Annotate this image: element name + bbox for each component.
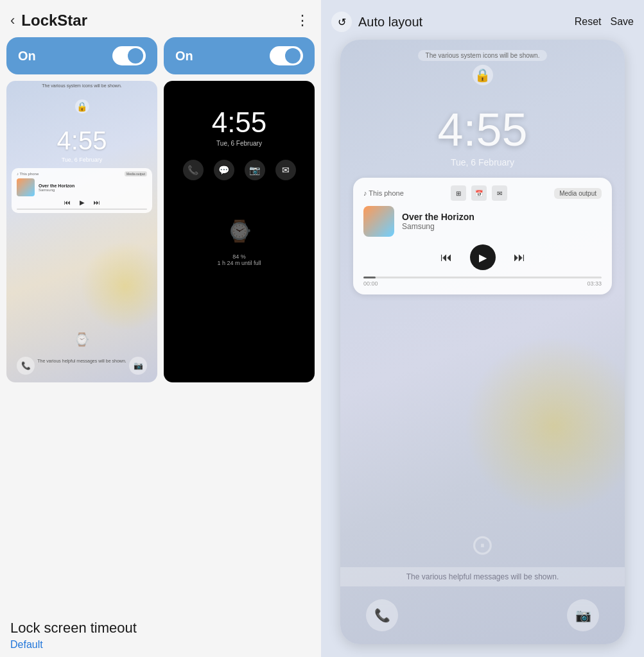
battery-time: 1 h 24 m until full: [217, 260, 261, 266]
toggle-switch-1[interactable]: [112, 46, 146, 65]
phone-preview-light[interactable]: The various system icons will be shown. …: [6, 81, 157, 382]
ctrl-icon-1: ⊞: [451, 185, 466, 201]
music-title-small: Over the Horizon: [39, 183, 74, 188]
music-artist-small: Samsung: [39, 188, 74, 192]
battery-dark: 84 % 1 h 24 m until full: [217, 253, 261, 266]
right-header: ↺ Auto layout Reset Save: [321, 0, 644, 40]
fingerprint-small: ⌚: [74, 332, 90, 347]
back-button[interactable]: ‹: [10, 12, 15, 29]
music-card-large: ♪ This phone ⊞ 📅 ✉ Media output Over the…: [353, 178, 612, 294]
progress-bar-large: [363, 277, 602, 278]
app-title: LockStar: [21, 12, 87, 30]
play-btn-small[interactable]: ▶: [80, 199, 85, 206]
progress-end: 03:33: [587, 280, 602, 287]
time-light-small: 4:55: [57, 126, 107, 155]
reset-button[interactable]: Reset: [575, 16, 602, 28]
phone-icon-large: 📞: [366, 599, 398, 631]
right-header-left: ↺ Auto layout: [331, 12, 422, 32]
large-phone: The various system icons will be shown. …: [340, 40, 625, 644]
music-info-row-large: Over the Horizon Samsung: [363, 206, 602, 237]
music-source-small: ♪ This phone: [17, 172, 39, 176]
time-large: 4:55: [437, 103, 527, 156]
app-header: ‹ LockStar ⋮: [0, 0, 321, 37]
fingerprint-large: ⊙: [471, 528, 494, 561]
shortcut-email-dark: ✉: [275, 160, 296, 180]
timeout-title: Lock screen timeout: [10, 620, 311, 636]
progress-small: [17, 209, 147, 210]
toggle-label-2: On: [175, 49, 193, 64]
date-dark-small: Tue, 6 February: [216, 140, 262, 147]
fingerprint-dark: ⌚: [227, 219, 252, 243]
shortcut-icons-dark: 📞 💬 📷 ✉: [183, 160, 296, 180]
toggle-switch-2[interactable]: [270, 46, 303, 65]
shortcut-cam-dark: 📷: [245, 160, 265, 180]
controls-large: ⏮ ▶ ⏭: [363, 244, 602, 270]
system-icons-text-small: The various system icons will be shown.: [42, 83, 122, 88]
ctrl-icon-3: ✉: [492, 185, 507, 201]
shortcut-msg-dark: 💬: [214, 160, 234, 180]
music-title-large: Over the Horizon: [402, 212, 602, 222]
camera-icon-large: 📷: [567, 599, 599, 631]
phone-icon-small: 📞: [17, 357, 35, 375]
next-btn-small[interactable]: ⏭: [94, 199, 100, 206]
right-header-actions: Reset Save: [575, 16, 634, 28]
auto-layout-title: Auto layout: [358, 15, 422, 30]
bottom-icons-small: 📞 📷: [6, 357, 157, 375]
auto-layout-icon: ↺: [331, 12, 352, 32]
system-bar: The various system icons will be shown. …: [340, 40, 625, 90]
bottom-icons-large: 📞 📷: [340, 599, 625, 631]
phone-preview-dark[interactable]: 4:55 Tue, 6 February 📞 💬 📷 ✉ ⌚ 84 % 1 h …: [164, 81, 315, 382]
music-artist-large: Samsung: [402, 222, 602, 231]
progress-start: 00:00: [363, 280, 378, 287]
timeout-value[interactable]: Default: [10, 639, 311, 651]
light-preview-inner: The various system icons will be shown. …: [6, 81, 157, 382]
time-dark-small: 4:55: [212, 107, 267, 139]
date-light-small: Tue, 6 February: [62, 157, 103, 163]
music-top-large: ♪ This phone ⊞ 📅 ✉ Media output: [363, 185, 602, 201]
toggle-row: On On: [0, 37, 321, 81]
battery-pct: 84 %: [217, 253, 261, 260]
right-panel: ↺ Auto layout Reset Save The various sys…: [321, 0, 644, 657]
camera-icon-small: 📷: [129, 357, 147, 375]
album-art-small: [17, 178, 35, 196]
large-phone-inner: The various system icons will be shown. …: [340, 40, 625, 644]
lock-icon-small: 🔒: [75, 99, 89, 114]
lock-icon-large: 🔒: [473, 65, 493, 85]
music-source-large: ♪ This phone: [363, 189, 404, 197]
ctrl-icon-2: 📅: [471, 185, 487, 201]
date-large: Tue, 6 February: [451, 157, 514, 167]
save-button[interactable]: Save: [611, 16, 634, 28]
refresh-icon: ↺: [338, 16, 346, 28]
next-btn-large[interactable]: ⏭: [514, 251, 525, 264]
controls-icons-large: ⊞ 📅 ✉: [451, 185, 507, 201]
media-output-small: Media output: [125, 171, 147, 176]
shortcut-phone-dark: 📞: [183, 160, 204, 180]
play-btn-large[interactable]: ▶: [470, 244, 496, 270]
left-panel: ‹ LockStar ⋮ On On The various system ic…: [0, 0, 321, 657]
toggle-card-2[interactable]: On: [164, 37, 315, 74]
progress-times: 00:00 03:33: [363, 280, 602, 287]
music-card-small: ♪ This phone Media output Over the Horiz…: [12, 168, 152, 213]
music-details: Over the Horizon Samsung: [402, 212, 602, 231]
prev-btn-small[interactable]: ⏮: [64, 199, 71, 206]
progress-fill: [363, 277, 376, 278]
preview-row: The various system icons will be shown. …: [0, 81, 321, 607]
circle-bg-large: [464, 336, 625, 516]
toggle-label-1: On: [18, 49, 36, 64]
dark-preview-inner: 4:55 Tue, 6 February 📞 💬 📷 ✉ ⌚ 84 % 1 h …: [164, 81, 315, 382]
toggle-card-1[interactable]: On: [6, 37, 157, 74]
helpful-msg-large: The various helpful messages will be sho…: [340, 567, 625, 586]
timeout-section: Lock screen timeout Default: [0, 607, 321, 657]
prev-btn-large[interactable]: ⏮: [440, 251, 452, 264]
system-text-large: The various system icons will be shown.: [418, 50, 548, 61]
menu-button[interactable]: ⋮: [295, 12, 311, 29]
album-art-large: [363, 206, 394, 237]
header-left: ‹ LockStar: [10, 12, 87, 30]
media-output-large: Media output: [554, 188, 602, 199]
